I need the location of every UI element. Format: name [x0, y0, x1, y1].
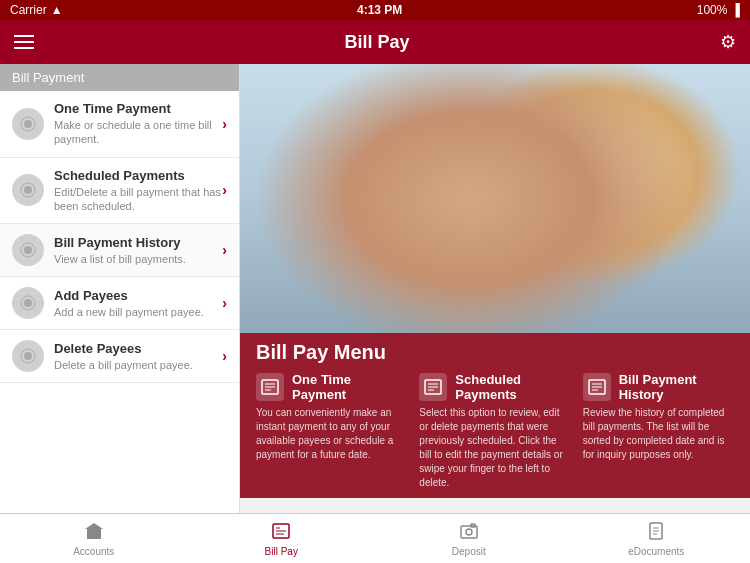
hero-bg — [240, 64, 750, 333]
info-card-header-one-time: One Time Payment — [256, 372, 407, 402]
wifi-icon: ▲ — [51, 3, 63, 17]
sidebar-item-arrow-add-payees: › — [222, 295, 227, 311]
status-bar: Carrier ▲ 4:13 PM 100% ▐ — [0, 0, 750, 20]
tab-label-accounts: Accounts — [73, 546, 114, 557]
sidebar-item-delete-payees[interactable]: Delete Payees Delete a bill payment paye… — [0, 330, 239, 383]
status-left: Carrier ▲ — [10, 3, 63, 17]
sidebar-item-one-time[interactable]: One Time Payment Make or schedule a one … — [0, 91, 239, 158]
info-overlay: Bill Pay Menu One Time Payment You can c… — [240, 333, 750, 498]
tab-bar: Accounts Bill Pay Deposit eDocuments — [0, 513, 750, 563]
tab-accounts[interactable]: Accounts — [0, 514, 188, 563]
sidebar-item-history[interactable]: Bill Payment History View a list of bill… — [0, 224, 239, 277]
sidebar-item-title-one-time: One Time Payment — [54, 101, 222, 116]
sidebar-item-subtitle-one-time: Make or schedule a one time bill payment… — [54, 118, 222, 147]
sidebar-items-container: One Time Payment Make or schedule a one … — [0, 91, 239, 383]
sidebar-item-content-scheduled: Scheduled Payments Edit/Delete a bill pa… — [54, 168, 222, 214]
svg-point-5 — [24, 246, 32, 254]
info-card-header-history: Bill Payment History — [583, 372, 734, 402]
info-card-text-one-time: You can conveniently make an instant pay… — [256, 406, 407, 462]
hero-image — [240, 64, 750, 333]
tab-bill-pay[interactable]: Bill Pay — [188, 514, 376, 563]
sidebar-item-title-scheduled: Scheduled Payments — [54, 168, 222, 183]
sidebar-item-arrow-one-time: › — [222, 116, 227, 132]
info-card-icon-one-time — [256, 373, 284, 401]
sidebar-item-title-history: Bill Payment History — [54, 235, 222, 250]
tab-edocuments[interactable]: eDocuments — [563, 514, 751, 563]
content-area: Bill Pay Menu One Time Payment You can c… — [240, 64, 750, 513]
svg-point-7 — [24, 299, 32, 307]
svg-point-27 — [466, 529, 472, 535]
header: Bill Pay ⚙ — [0, 20, 750, 64]
status-right: 100% ▐ — [697, 3, 740, 17]
sidebar-item-subtitle-history: View a list of bill payments. — [54, 252, 222, 266]
tab-label-edocuments: eDocuments — [628, 546, 684, 557]
tab-icon-bill-pay — [270, 521, 292, 544]
info-card-icon-scheduled — [419, 373, 447, 401]
sidebar-item-subtitle-scheduled: Edit/Delete a bill payment that has been… — [54, 185, 222, 214]
sidebar-item-icon-one-time — [12, 108, 44, 140]
sidebar-item-arrow-history: › — [222, 242, 227, 258]
sidebar-item-icon-delete-payees — [12, 340, 44, 372]
status-time: 4:13 PM — [357, 3, 402, 17]
sidebar-item-content-one-time: One Time Payment Make or schedule a one … — [54, 101, 222, 147]
tab-icon-accounts — [83, 521, 105, 544]
sidebar-item-icon-history — [12, 234, 44, 266]
info-card-title-history: Bill Payment History — [619, 372, 734, 402]
sidebar-item-scheduled[interactable]: Scheduled Payments Edit/Delete a bill pa… — [0, 158, 239, 225]
info-card-text-history: Review the history of completed bill pay… — [583, 406, 734, 462]
sidebar-item-content-add-payees: Add Payees Add a new bill payment payee. — [54, 288, 222, 319]
sidebar-item-arrow-delete-payees: › — [222, 348, 227, 364]
tab-label-bill-pay: Bill Pay — [265, 546, 298, 557]
info-cards-container: One Time Payment You can conveniently ma… — [256, 372, 734, 490]
info-card-history: Bill Payment History Review the history … — [583, 372, 734, 490]
sidebar-item-title-delete-payees: Delete Payees — [54, 341, 222, 356]
info-card-text-scheduled: Select this option to review, edit or de… — [419, 406, 570, 490]
sidebar-item-subtitle-delete-payees: Delete a bill payment payee. — [54, 358, 222, 372]
tab-icon-edocuments — [645, 521, 667, 544]
info-card-icon-history — [583, 373, 611, 401]
sidebar-header: Bill Payment — [0, 64, 239, 91]
sidebar-item-content-delete-payees: Delete Payees Delete a bill payment paye… — [54, 341, 222, 372]
svg-rect-26 — [461, 526, 477, 538]
tab-deposit[interactable]: Deposit — [375, 514, 563, 563]
sidebar-item-title-add-payees: Add Payees — [54, 288, 222, 303]
battery-icon: ▐ — [731, 3, 740, 17]
info-card-header-scheduled: Scheduled Payments — [419, 372, 570, 402]
sidebar: Bill Payment One Time Payment Make or sc… — [0, 64, 240, 513]
info-card-title-one-time: One Time Payment — [292, 372, 407, 402]
sidebar-item-content-history: Bill Payment History View a list of bill… — [54, 235, 222, 266]
tab-label-deposit: Deposit — [452, 546, 486, 557]
svg-point-3 — [24, 186, 32, 194]
info-card-one-time: One Time Payment You can conveniently ma… — [256, 372, 407, 490]
sidebar-item-icon-add-payees — [12, 287, 44, 319]
info-card-title-scheduled: Scheduled Payments — [455, 372, 570, 402]
tab-icon-deposit — [458, 521, 480, 544]
sidebar-item-arrow-scheduled: › — [222, 182, 227, 198]
svg-point-9 — [24, 352, 32, 360]
sidebar-item-add-payees[interactable]: Add Payees Add a new bill payment payee.… — [0, 277, 239, 330]
sidebar-item-subtitle-add-payees: Add a new bill payment payee. — [54, 305, 222, 319]
battery-text: 100% — [697, 3, 728, 17]
settings-button[interactable]: ⚙ — [720, 31, 736, 53]
page-title: Bill Pay — [34, 32, 720, 53]
svg-point-1 — [24, 120, 32, 128]
info-card-scheduled: Scheduled Payments Select this option to… — [419, 372, 570, 490]
carrier-text: Carrier — [10, 3, 47, 17]
overlay-title: Bill Pay Menu — [256, 341, 734, 364]
menu-button[interactable] — [14, 35, 34, 49]
main-layout: Bill Payment One Time Payment Make or sc… — [0, 64, 750, 513]
sidebar-item-icon-scheduled — [12, 174, 44, 206]
